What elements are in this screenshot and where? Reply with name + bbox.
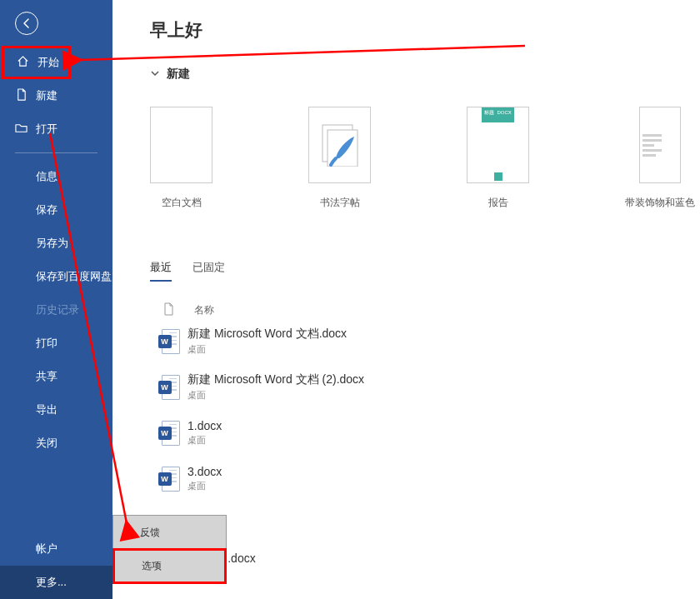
sidebar-item-saveas[interactable]: 另存为 xyxy=(0,227,112,260)
sidebar-item-new[interactable]: 新建 xyxy=(0,79,112,112)
new-section-header[interactable]: 新建 xyxy=(150,67,700,82)
sidebar-label: 打开 xyxy=(36,122,58,137)
tab-recent[interactable]: 最近 xyxy=(150,260,172,282)
sidebar-item-print[interactable]: 打印 xyxy=(0,327,112,360)
sidebar-divider xyxy=(15,152,98,153)
sidebar-label: 关闭 xyxy=(15,436,58,451)
template-thumbnail: 标题 DOCX xyxy=(467,107,529,183)
file-location: 桌面 xyxy=(188,434,222,447)
sidebar-item-history: 历史记录 xyxy=(0,293,112,327)
file-row[interactable]: W 3.docx桌面 xyxy=(150,456,700,502)
sidebar-label: 帐户 xyxy=(15,542,58,557)
template-decor[interactable]: 带装饰物和蓝色 xyxy=(625,107,695,210)
template-calligraphy[interactable]: 书法字帖 xyxy=(308,107,371,210)
template-label: 带装饰物和蓝色 xyxy=(625,196,695,210)
template-thumbnail xyxy=(308,107,371,183)
word-file-icon: W xyxy=(158,467,180,492)
word-file-icon: W xyxy=(158,375,180,400)
template-thumbnail xyxy=(639,107,681,183)
file-location: 桌面 xyxy=(188,480,222,492)
template-label: 书法字帖 xyxy=(320,196,360,210)
word-file-icon: W xyxy=(158,421,180,446)
file-name: 新建 Microsoft Word 文档.docx xyxy=(188,327,347,342)
chevron-down-icon xyxy=(150,68,160,81)
sidebar-label: 保存 xyxy=(15,202,58,217)
file-list-header: 名称 xyxy=(150,302,700,318)
file-row[interactable]: W 新建 Microsoft Word 文档.docx桌面 xyxy=(150,318,700,364)
sidebar-item-save-baidu[interactable]: 保存到百度网盘 xyxy=(0,260,112,293)
sidebar-item-more[interactable]: 更多... xyxy=(0,566,112,599)
file-row[interactable]: W 1 - 副本.docx xyxy=(150,537,700,582)
template-report[interactable]: 标题 DOCX 报告 xyxy=(467,107,529,210)
popup-item-options[interactable]: 选项 xyxy=(112,548,227,584)
sidebar-label: 共享 xyxy=(15,369,58,384)
template-thumbnail xyxy=(150,107,212,183)
file-row[interactable]: W 1.docx桌面 xyxy=(150,410,700,456)
sidebar-label: 历史记录 xyxy=(15,302,79,317)
file-list: W 新建 Microsoft Word 文档.docx桌面 W 新建 Micro… xyxy=(150,318,700,582)
sidebar-item-account[interactable]: 帐户 xyxy=(0,532,112,566)
sidebar-item-save[interactable]: 保存 xyxy=(0,193,112,227)
sidebar-label: 打印 xyxy=(15,336,58,351)
popup-item-feedback[interactable]: 反馈 xyxy=(113,516,226,549)
recent-tabs: 最近 已固定 xyxy=(150,260,700,282)
sidebar-item-home[interactable]: 开始 xyxy=(2,46,71,79)
sidebar-item-export[interactable]: 导出 xyxy=(0,393,112,427)
back-button[interactable] xyxy=(0,0,112,46)
document-icon xyxy=(15,88,28,103)
sidebar-label: 开始 xyxy=(38,55,59,70)
sidebar-item-close[interactable]: 关闭 xyxy=(0,427,112,460)
sidebar-label: 信息 xyxy=(15,169,58,184)
sidebar-label: 更多... xyxy=(15,575,67,590)
document-outline-icon xyxy=(163,302,174,318)
backstage-sidebar: 开始 新建 打开 信息 保存 另存为 保存到百度网盘 历史记录 打印 共享 导出… xyxy=(0,0,112,599)
templates-row: 空白文档 书法字帖 标题 DOCX 报告 xyxy=(150,107,700,210)
sidebar-label: 新建 xyxy=(36,88,58,103)
template-label: 空白文档 xyxy=(162,196,202,210)
file-name: 新建 Microsoft Word 文档 (2).docx xyxy=(188,372,364,387)
file-name: 3.docx xyxy=(188,465,222,478)
file-name: 1.docx xyxy=(188,419,222,432)
greeting-heading: 早上好 xyxy=(150,18,700,42)
sidebar-label: 另存为 xyxy=(15,236,68,251)
file-location: 桌面 xyxy=(188,389,364,402)
sidebar-label: 保存到百度网盘 xyxy=(15,269,112,284)
backstage-main: 早上好 新建 空白文档 书法字帖 标题 DOCX xyxy=(112,0,700,599)
word-file-icon: W xyxy=(158,329,180,354)
template-label: 报告 xyxy=(488,196,508,210)
home-icon xyxy=(17,55,29,70)
sidebar-item-share[interactable]: 共享 xyxy=(0,360,112,393)
column-name-header: 名称 xyxy=(188,303,214,317)
tab-pinned[interactable]: 已固定 xyxy=(192,260,225,282)
sidebar-item-info[interactable]: 信息 xyxy=(0,160,112,193)
file-row[interactable]: W 新建 Microsoft Word 文档 (2).docx桌面 xyxy=(150,364,700,410)
file-location: 桌面 xyxy=(188,343,347,356)
folder-icon xyxy=(15,122,28,137)
sidebar-item-open[interactable]: 打开 xyxy=(0,112,112,146)
template-blank[interactable]: 空白文档 xyxy=(150,107,212,210)
more-popup-menu: 反馈 选项 xyxy=(112,515,227,584)
section-title: 新建 xyxy=(167,67,190,82)
sidebar-label: 导出 xyxy=(15,402,58,417)
back-arrow-icon xyxy=(15,12,38,35)
